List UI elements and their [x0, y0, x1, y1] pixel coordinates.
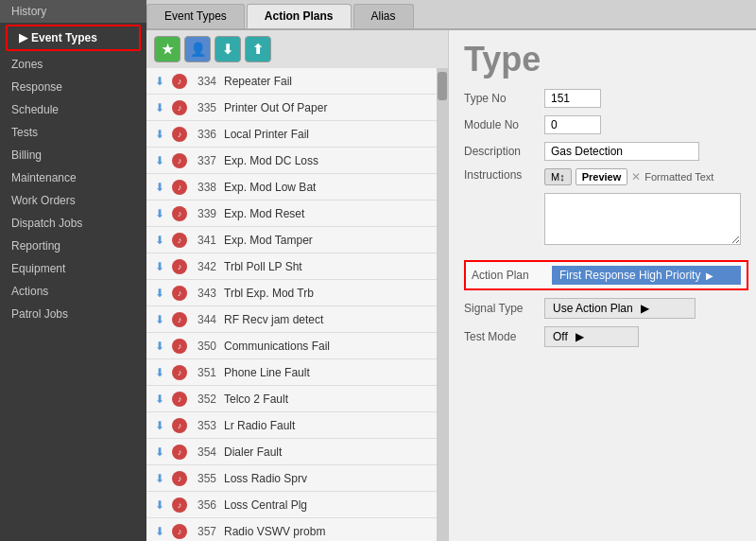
tab-alias[interactable]: Alias — [353, 4, 414, 28]
row-name: Loss Central Plg — [224, 498, 433, 512]
signal-type-label: Signal Type — [464, 302, 544, 315]
list-item[interactable]: ⬇ ♪ 354 Dialer Fault — [146, 439, 437, 465]
sidebar-item-work-orders[interactable]: Work Orders — [0, 189, 146, 212]
sidebar-item-maintenance[interactable]: Maintenance — [0, 166, 146, 189]
row-number: 335 — [191, 101, 224, 114]
download-icon: ⬇ — [150, 337, 169, 356]
download-icon: ⬇ — [150, 522, 169, 541]
list-item[interactable]: ⬇ ♪ 338 Exp. Mod Low Bat — [146, 174, 437, 201]
person-button[interactable]: 👤 — [184, 36, 211, 62]
sidebar-item-schedule[interactable]: Schedule — [0, 98, 146, 121]
sidebar-item-response[interactable]: Response — [0, 76, 146, 98]
list-item[interactable]: ⬇ ♪ 339 Exp. Mod Reset — [146, 201, 437, 227]
list-item[interactable]: ⬇ ♪ 356 Loss Central Plg — [146, 492, 437, 518]
person-icon: ♪ — [172, 365, 187, 380]
person-icon: ♪ — [172, 206, 187, 221]
signal-type-value: Use Action Plan — [553, 302, 633, 315]
instructions-preview-btn[interactable]: Preview — [576, 168, 628, 185]
panel-title: Type — [464, 40, 741, 79]
sidebar-item-billing[interactable]: Billing — [0, 144, 146, 166]
row-name: Exp. Mod Tamper — [224, 234, 433, 247]
add-button[interactable]: ★ — [154, 36, 180, 62]
download-icon: ⬇ — [150, 469, 169, 488]
instructions-close-icon[interactable]: ✕ — [631, 170, 641, 183]
instructions-label: Instructions — [464, 168, 544, 182]
row-name: Loss Radio Sprv — [224, 472, 433, 485]
person-icon: ♪ — [172, 127, 187, 142]
module-no-input[interactable] — [544, 115, 601, 134]
module-no-label: Module No — [464, 118, 544, 131]
row-name: Printer Out Of Paper — [224, 101, 433, 114]
instructions-toolbar: M↕ Preview ✕ Formatted Text — [544, 168, 741, 185]
list-item[interactable]: ⬇ ♪ 352 Telco 2 Fault — [146, 386, 437, 412]
test-mode-dropdown[interactable]: Off ▶ — [544, 326, 639, 347]
list-item[interactable]: ⬇ ♪ 351 Phone Line Fault — [146, 359, 437, 386]
row-name: Phone Line Fault — [224, 366, 433, 379]
row-name: Local Printer Fail — [224, 128, 433, 141]
download-icon: ⬇ — [150, 363, 169, 382]
row-number: 343 — [191, 287, 224, 300]
list-item[interactable]: ⬇ ♪ 343 Trbl Exp. Mod Trb — [146, 280, 437, 306]
scroll-thumb[interactable] — [438, 72, 447, 100]
test-mode-row: Test Mode Off ▶ — [464, 326, 741, 347]
list-item[interactable]: ⬇ ♪ 336 Local Printer Fail — [146, 121, 437, 148]
up-button[interactable]: ⬆ — [245, 36, 271, 62]
instructions-textarea[interactable] — [544, 193, 741, 245]
row-name: Trbl Poll LP Sht — [224, 260, 433, 273]
sidebar-item-reporting[interactable]: Reporting — [0, 235, 146, 257]
sidebar-item-zones[interactable]: Zones — [0, 53, 146, 76]
list-item[interactable]: ⬇ ♪ 344 RF Recv jam detect — [146, 306, 437, 333]
row-name: RF Recv jam detect — [224, 313, 433, 326]
sidebar-item-patrol-jobs[interactable]: Patrol Jobs — [0, 303, 146, 325]
row-name: Dialer Fault — [224, 445, 433, 459]
row-number: 353 — [191, 419, 224, 432]
person-icon: ♪ — [172, 418, 187, 433]
list-item[interactable]: ⬇ ♪ 342 Trbl Poll LP Sht — [146, 253, 437, 280]
row-number: 334 — [191, 75, 224, 88]
list-item[interactable]: ⬇ ♪ 350 Communications Fail — [146, 333, 437, 359]
person-icon: ♪ — [172, 286, 187, 301]
list-item[interactable]: ⬇ ♪ 355 Loss Radio Sprv — [146, 465, 437, 492]
test-mode-value: Off — [553, 330, 568, 343]
row-number: 354 — [191, 445, 224, 459]
sidebar-item-history[interactable]: History — [0, 0, 146, 23]
sidebar-item-event-types[interactable]: ▶ Event Types — [8, 26, 139, 49]
tab-action-plans[interactable]: Action Plans — [247, 4, 352, 28]
list-item[interactable]: ⬇ ♪ 337 Exp. Mod DC Loss — [146, 148, 437, 174]
right-panel: Type Type No Module No Description Instr… — [449, 30, 756, 541]
list-item[interactable]: ⬇ ♪ 353 Lr Radio Fault — [146, 412, 437, 439]
person-icon: ♪ — [172, 339, 187, 354]
list-item[interactable]: ⬇ ♪ 357 Radio VSWV probm — [146, 518, 437, 541]
instructions-row: Instructions M↕ Preview ✕ Formatted Text — [464, 168, 741, 253]
arrow-right-icon: ▶ — [19, 31, 27, 44]
row-number: 341 — [191, 234, 224, 247]
instructions-mode-btn[interactable]: M↕ — [544, 168, 572, 185]
type-no-input[interactable] — [544, 89, 601, 108]
description-input[interactable] — [544, 142, 699, 161]
row-number: 338 — [191, 181, 224, 194]
scrollbar[interactable] — [437, 68, 448, 541]
download-icon: ⬇ — [150, 231, 169, 250]
download-icon: ⬇ — [150, 178, 169, 197]
sidebar-item-tests[interactable]: Tests — [0, 121, 146, 144]
list-item[interactable]: ⬇ ♪ 341 Exp. Mod Tamper — [146, 227, 437, 253]
type-no-row: Type No — [464, 89, 741, 108]
instructions-formatted-label: Formatted Text — [644, 171, 713, 183]
sidebar-item-dispatch-jobs[interactable]: Dispatch Jobs — [0, 212, 146, 235]
person-icon: ♪ — [172, 445, 187, 460]
row-name: Telco 2 Fault — [224, 393, 433, 406]
person-icon: ♪ — [172, 100, 187, 115]
description-label: Description — [464, 145, 544, 158]
signal-type-dropdown[interactable]: Use Action Plan ▶ — [544, 298, 696, 319]
sidebar-item-actions[interactable]: Actions — [0, 280, 146, 303]
row-number: 355 — [191, 472, 224, 485]
row-number: 344 — [191, 313, 224, 326]
row-number: 356 — [191, 498, 224, 512]
sidebar-item-equipment[interactable]: Equipment — [0, 257, 146, 280]
action-plan-dropdown[interactable]: First Response High Priority ▶ — [552, 266, 741, 285]
list-item[interactable]: ⬇ ♪ 334 Repeater Fail — [146, 68, 437, 95]
person-icon: ♪ — [172, 180, 187, 195]
tab-event-types[interactable]: Event Types — [146, 4, 245, 28]
list-item[interactable]: ⬇ ♪ 335 Printer Out Of Paper — [146, 95, 437, 121]
down-button[interactable]: ⬇ — [215, 36, 241, 62]
